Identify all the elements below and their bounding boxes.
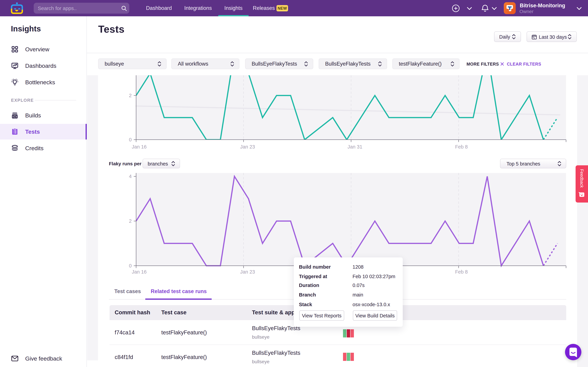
svg-text:Jan 23: Jan 23 [240, 144, 255, 150]
svg-text:0: 0 [129, 263, 132, 268]
svg-text:2: 2 [129, 93, 132, 98]
svg-text:Jan 31: Jan 31 [347, 144, 362, 150]
svg-text:4: 4 [129, 174, 132, 179]
svg-text:Jan 23: Jan 23 [240, 269, 255, 275]
svg-text:Feb 8: Feb 8 [455, 144, 468, 150]
svg-text:Jan 16: Jan 16 [132, 269, 147, 275]
svg-text:Feb 8: Feb 8 [455, 269, 468, 275]
svg-text:0: 0 [129, 137, 132, 142]
svg-text:Jan 16: Jan 16 [132, 144, 147, 150]
svg-text:2: 2 [129, 218, 132, 224]
